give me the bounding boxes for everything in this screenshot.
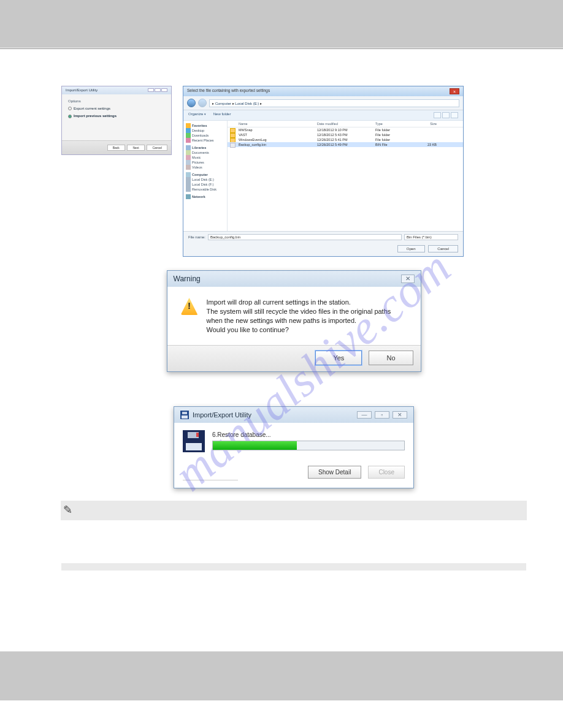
close-icon[interactable]: ✕: [401, 275, 415, 283]
file-picker-sidebar: Favorites Desktop Downloads Recent Place…: [183, 121, 228, 231]
file-row-selected[interactable]: Backup_config.bin12/26/2012 5:49 PMBIN F…: [228, 142, 463, 147]
note-bar: [61, 501, 527, 520]
nav-back-icon[interactable]: [187, 99, 196, 107]
col-date[interactable]: Date modified: [317, 122, 375, 126]
file-picker-main: Favorites Desktop Downloads Recent Place…: [183, 121, 463, 231]
warning-text: Import will drop all current settings in…: [207, 298, 408, 334]
bottom-grey-bar: [0, 651, 563, 700]
close-icon[interactable]: ✕: [393, 411, 407, 419]
blank-panel: [61, 169, 169, 205]
file-row[interactable]: VAST12/18/2012 5:43 PMFile folder: [228, 132, 463, 137]
new-folder-button[interactable]: New folder: [213, 112, 231, 118]
sidebar-network[interactable]: Network: [186, 194, 224, 199]
floppy-large-icon: [183, 430, 205, 452]
help-icon[interactable]: [451, 112, 458, 118]
warning-dialog: Warning ✕ Import will drop all current s…: [167, 270, 421, 372]
progress-titlebar: Import/Export Utility — ▫ ✕: [174, 407, 413, 423]
maximize-icon[interactable]: ▫: [375, 411, 389, 419]
file-picker-toolbar: Organize New folder: [183, 110, 463, 121]
maximize-icon[interactable]: [155, 88, 161, 92]
col-size[interactable]: Size: [409, 122, 437, 126]
sidebar-downloads[interactable]: Downloads: [186, 133, 224, 138]
sidebar-favorites[interactable]: Favorites: [186, 123, 224, 128]
crumb-disk: Local Disk (E:): [235, 102, 259, 105]
window-buttons: — ▫ ✕: [356, 411, 407, 419]
warning-line1: Import will drop all current settings in…: [207, 298, 408, 307]
close-button[interactable]: Close: [368, 466, 405, 479]
show-detail-button[interactable]: Show Detail: [308, 466, 361, 479]
radio-icon: [68, 115, 72, 118]
next-button[interactable]: Next: [127, 145, 144, 151]
window-buttons: [147, 88, 167, 93]
close-icon[interactable]: ×: [450, 88, 459, 94]
sidebar-local-f[interactable]: Local Disk (F:): [186, 182, 224, 187]
sidebar-removable[interactable]: Removable Disk: [186, 187, 224, 192]
top-grey-bar: [0, 0, 563, 48]
progress-buttons: Show Detail Close: [183, 457, 405, 479]
minimize-icon[interactable]: —: [357, 411, 372, 419]
import-label: Import previous settings: [74, 114, 117, 118]
warning-line3: Would you like to continue?: [207, 325, 408, 335]
file-row[interactable]: WindowsEventLog12/26/2012 5:41 PMFile fo…: [228, 137, 463, 142]
sidebar-documents[interactable]: Documents: [186, 150, 224, 155]
dialog-footer: Back Next Cancel: [62, 140, 171, 154]
file-picker-titlebar: Select the file containing with exported…: [183, 86, 463, 96]
file-row[interactable]: MWSnap12/18/2012 9:10 PMFile folder: [228, 127, 463, 132]
warning-icon: [181, 298, 198, 315]
yes-button[interactable]: Yes: [315, 351, 362, 365]
file-icon: [230, 143, 236, 148]
file-picker-dialog: Select the file containing with exported…: [183, 86, 464, 257]
options-heading: Options: [68, 99, 165, 103]
floppy-icon: [180, 411, 189, 419]
warning-buttons: Yes No: [167, 345, 421, 371]
cancel-button[interactable]: Cancel: [147, 145, 167, 151]
dialog-titlebar: Import/Export Utility: [62, 86, 171, 94]
filetype-filter[interactable]: Bin Files (*.bin): [404, 234, 458, 240]
sidebar-computer[interactable]: Computer: [186, 172, 224, 177]
file-list-header: Name Date modified Type Size: [228, 121, 463, 127]
file-list: Name Date modified Type Size MWSnap12/18…: [228, 121, 463, 231]
page-content: manualshive.com Import/Export Utility Op…: [0, 49, 563, 583]
import-option[interactable]: Import previous settings: [68, 114, 165, 118]
view-tools: [434, 112, 458, 118]
warning-body: Import will drop all current settings in…: [167, 287, 421, 345]
col-name[interactable]: Name: [239, 122, 317, 126]
sidebar-music[interactable]: Music: [186, 155, 224, 160]
open-button[interactable]: Open: [397, 245, 425, 252]
close-icon[interactable]: [161, 88, 167, 92]
breadcrumb[interactable]: ▸ Computer ▸ Local Disk (E:) ▸: [209, 99, 459, 107]
col-type[interactable]: Type: [375, 122, 409, 126]
back-button[interactable]: Back: [107, 145, 125, 151]
underline: [183, 480, 238, 480]
warning-line2: The system will still recycle the video …: [207, 307, 408, 325]
view-list-icon[interactable]: [442, 112, 450, 118]
sidebar-libraries[interactable]: Libraries: [186, 145, 224, 150]
breadcrumb-bar: ▸ Computer ▸ Local Disk (E:) ▸: [183, 96, 463, 110]
cancel-button[interactable]: Cancel: [428, 245, 458, 252]
minimize-icon[interactable]: [148, 88, 154, 92]
sidebar-desktop[interactable]: Desktop: [186, 128, 224, 133]
sidebar-local-e[interactable]: Local Disk (E:): [186, 177, 224, 182]
progress-status: 6.Restore database...: [212, 430, 405, 438]
warning-title: Warning: [174, 275, 201, 283]
organize-menu[interactable]: Organize: [188, 112, 206, 118]
sidebar-recent[interactable]: Recent Places: [186, 138, 224, 143]
warning-titlebar: Warning ✕: [167, 271, 421, 287]
progress-dialog: Import/Export Utility — ▫ ✕ 6.Restore da…: [174, 406, 414, 488]
filename-input[interactable]: Backup_config.bin: [208, 234, 402, 240]
sidebar-pictures[interactable]: Pictures: [186, 160, 224, 165]
sidebar-videos[interactable]: Videos: [186, 165, 224, 170]
radio-icon: [68, 107, 72, 110]
filename-bar: File name: Backup_config.bin Bin Files (…: [183, 231, 463, 243]
file-picker-buttons: Open Cancel: [183, 243, 463, 256]
screenshot-row: Import/Export Utility Options Export cur…: [61, 86, 526, 257]
progress-fill: [213, 441, 297, 450]
view-icon[interactable]: [434, 112, 441, 118]
nav-forward-icon[interactable]: [198, 99, 207, 107]
dialog-title: Import/Export Utility: [66, 88, 98, 93]
export-option[interactable]: Export current settings: [68, 107, 165, 110]
filename-label: File name:: [188, 235, 205, 239]
grey-line: [61, 563, 526, 571]
no-button[interactable]: No: [369, 351, 413, 365]
left-stack: Import/Export Utility Options Export cur…: [61, 86, 172, 205]
